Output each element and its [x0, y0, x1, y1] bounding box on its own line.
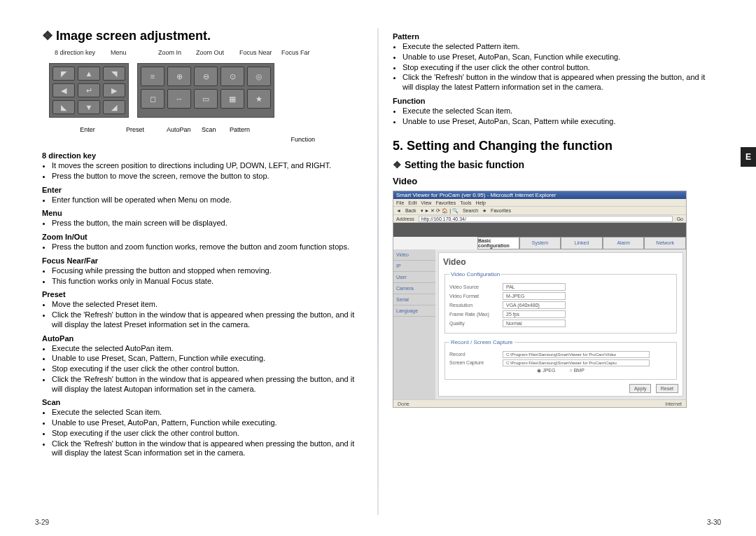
- label-preset: Preset: [126, 126, 167, 133]
- sec-pattern-i1: Execute the selected Pattern item.: [402, 42, 714, 52]
- sec-autopan-i2: Unable to use Preset, Scan, Pattern, Fun…: [52, 354, 363, 364]
- arrow-up-icon[interactable]: ▲: [78, 67, 100, 81]
- row4-label: Frame Rate (Max): [449, 312, 498, 317]
- right-h3: Video: [393, 176, 714, 186]
- menu-tools[interactable]: Tools: [460, 200, 471, 205]
- menu-btn-icon[interactable]: ≡: [141, 67, 164, 86]
- menu-favorites[interactable]: Favorites: [435, 200, 456, 205]
- right-h2: Setting the basic function: [393, 159, 714, 170]
- nav-language[interactable]: Language: [393, 305, 435, 317]
- label-function: Function: [49, 136, 315, 143]
- right-page: E Pattern Execute the selected Pattern i…: [379, 28, 728, 515]
- sec-focus-title: Focus Near/Far: [42, 256, 363, 265]
- status-bar: Done Internet: [393, 399, 686, 408]
- sec-enter-title: Enter: [42, 186, 363, 194]
- record-path[interactable]: C:\Program Files\Samsung\SmartViewer for…: [503, 351, 650, 358]
- sec-autopan-i4: Click the 'Refresh' button in the window…: [52, 375, 363, 394]
- label-scan: Scan: [202, 126, 230, 133]
- function-icon[interactable]: ★: [247, 89, 271, 109]
- sec-autopan-i3: Stop executing if the user click the oth…: [52, 364, 363, 374]
- fs1-title: Video Configuration: [449, 271, 501, 277]
- row7-label: Screen Capture: [449, 360, 498, 365]
- menu-edit[interactable]: Edit: [408, 200, 416, 205]
- nav-video[interactable]: Video: [393, 249, 435, 261]
- zoom-in-icon[interactable]: ⊕: [167, 67, 191, 86]
- radio-bmp[interactable]: ○ BMP: [569, 368, 584, 373]
- tab-alarm[interactable]: Alarm: [603, 237, 645, 249]
- arrow-up-right-icon[interactable]: ◥: [103, 67, 125, 81]
- quality-select[interactable]: Normal: [503, 319, 566, 327]
- sec-function-i2: Unable to use Preset, AutoPan, Scan, Pat…: [402, 117, 714, 127]
- window-menubar: File Edit View Favorites Tools Help: [393, 199, 686, 207]
- label-focusfar: Focus Far: [281, 49, 310, 56]
- nav-user[interactable]: User: [393, 272, 435, 283]
- sec-8dir-i1: It moves the screen position to directio…: [52, 161, 363, 171]
- autopan-icon[interactable]: ↔: [167, 89, 191, 109]
- menu-help[interactable]: Help: [476, 200, 486, 205]
- screenshot-video-config: Smart Viewer for ProCam (ver 0.95) - Mic…: [393, 191, 687, 408]
- sec-scan-i1: Execute the selected Scan item.: [52, 408, 363, 418]
- sec-function-i1: Execute the selected Scan item.: [402, 106, 714, 116]
- sec-pattern-title: Pattern: [393, 32, 714, 41]
- direction-pad: ◤ ▲ ◥ ◀ ↵ ▶ ◣ ▼ ◢: [49, 63, 129, 118]
- tab-system[interactable]: System: [519, 237, 561, 249]
- video-format-select[interactable]: M-JPEG: [503, 292, 566, 300]
- arrow-down-icon[interactable]: ▼: [78, 100, 100, 114]
- back-icon[interactable]: ◄: [396, 208, 401, 213]
- resolution-select[interactable]: VGA (640x480): [503, 301, 566, 309]
- menu-file[interactable]: File: [396, 200, 404, 205]
- apply-button[interactable]: Apply: [629, 384, 652, 393]
- config-tabs: Basic configuration System Linked Alarm …: [477, 237, 686, 249]
- fav-label[interactable]: Favorites: [491, 208, 511, 213]
- arrow-up-left-icon[interactable]: ◤: [52, 67, 75, 81]
- scan-icon[interactable]: ▭: [194, 89, 218, 109]
- nav-ip[interactable]: IP: [393, 261, 435, 272]
- sec-autopan-title: AutoPan: [42, 334, 363, 343]
- arrow-left-icon[interactable]: ◀: [52, 83, 75, 97]
- pattern-icon[interactable]: ▦: [220, 89, 244, 109]
- left-page: Image screen adjustment. 8 direction key…: [28, 28, 377, 515]
- menu-view[interactable]: View: [421, 200, 431, 205]
- window-toolbar: ◄ Back ▾ ► ✕ ⟳ 🏠 | 🔍 Search ★ Favorites: [393, 207, 686, 215]
- sec-preset-title: Preset: [42, 290, 363, 298]
- search-label[interactable]: Search: [463, 208, 478, 213]
- sec-scan-i2: Unable to use Preset, AutoPan, Pattern, …: [52, 418, 363, 428]
- nav-serial[interactable]: Serial: [393, 294, 435, 305]
- row5-label: Quality: [449, 321, 498, 326]
- capture-path[interactable]: C:\Program Files\Samsung\SmartViewer for…: [503, 359, 650, 366]
- right-h1: 5. Setting and Changing the function: [393, 139, 714, 153]
- addr-input[interactable]: http://160.170.40.34/: [419, 216, 673, 222]
- preset-icon[interactable]: ◻: [141, 89, 164, 109]
- address-bar: Address http://160.170.40.34/ Go: [393, 215, 686, 224]
- zoom-out-icon[interactable]: ⊖: [194, 67, 218, 86]
- sec-menu-i1: Press the button, the main screen will b…: [52, 219, 363, 228]
- sec-scan-i4: Click the 'Refresh' button in the window…: [52, 439, 363, 459]
- content-pane: Video Video Configuration Video SourcePA…: [438, 252, 683, 397]
- sec-pattern-i2: Unable to use Preset, AutoPan, Scan, Fun…: [402, 53, 714, 62]
- arrow-down-right-icon[interactable]: ◢: [103, 100, 125, 114]
- tab-basic[interactable]: Basic configuration: [477, 237, 519, 249]
- tab-network[interactable]: Network: [644, 237, 686, 249]
- radio-jpeg[interactable]: ◉ JPEG: [537, 368, 555, 373]
- nav-camera[interactable]: Camera: [393, 283, 435, 294]
- tab-linked[interactable]: Linked: [561, 237, 603, 249]
- row6-label: Record: [449, 352, 498, 357]
- arrow-down-left-icon[interactable]: ◣: [52, 100, 75, 114]
- reset-button[interactable]: Reset: [656, 384, 678, 393]
- status-zone: Internet: [665, 401, 682, 406]
- focus-near-icon[interactable]: ⊙: [220, 67, 244, 86]
- back-label[interactable]: Back: [405, 208, 416, 213]
- sec-scan-i3: Stop executing if the user click the oth…: [52, 429, 363, 439]
- side-nav: Video IP User Camera Serial Language: [393, 249, 435, 399]
- framerate-select[interactable]: 25 fps: [503, 310, 566, 318]
- go-button[interactable]: Go: [677, 217, 683, 221]
- sec-focus-i2: This function works only in Manual Focus…: [52, 277, 363, 287]
- enter-icon[interactable]: ↵: [78, 83, 100, 97]
- label-enter: Enter: [49, 126, 126, 133]
- sec-menu-title: Menu: [42, 209, 363, 217]
- label-pattern: Pattern: [230, 126, 262, 133]
- focus-far-icon[interactable]: ◎: [247, 67, 271, 86]
- sec-pattern-i3: Stop executing if the user click the oth…: [402, 63, 714, 73]
- arrow-right-icon[interactable]: ▶: [103, 83, 125, 97]
- label-zoomin: Zoom In: [158, 49, 196, 56]
